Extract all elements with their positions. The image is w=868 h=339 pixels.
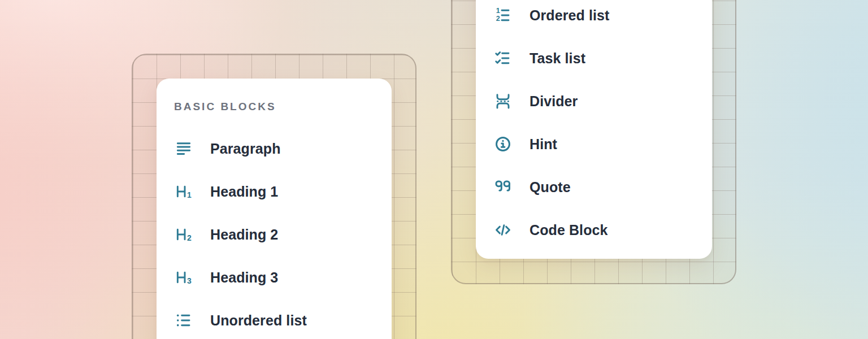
menu-item-heading-1[interactable]: 1Heading 1 (157, 170, 392, 213)
menu-item-label: Heading 2 (210, 227, 278, 243)
svg-text:3: 3 (187, 276, 192, 285)
quote-icon (493, 178, 513, 196)
menu-item-task-list[interactable]: Task list (476, 37, 712, 80)
menu-item-code-block[interactable]: Code Block (476, 208, 712, 251)
menu-item-label: Task list (530, 50, 585, 67)
menu-item-label: Unordered list (210, 312, 307, 329)
menu-item-label: Hint (530, 136, 557, 153)
section-label-basic-blocks: BASIC BLOCKS (174, 101, 392, 112)
svg-text:2: 2 (187, 233, 192, 242)
menu-item-label: Code Block (530, 222, 608, 238)
hint-icon (493, 135, 513, 153)
code-block-icon (493, 221, 513, 239)
menu-item-label: Heading 3 (210, 270, 278, 286)
svg-text:2: 2 (496, 15, 500, 23)
menu-item-heading-2[interactable]: 2Heading 2 (157, 213, 392, 256)
task-list-icon (493, 49, 513, 67)
svg-text:1: 1 (496, 7, 500, 15)
unordered-list-icon (174, 311, 193, 329)
menu-right-items: 12Ordered listTask listDividerHintQuoteC… (476, 0, 712, 251)
menu-item-unordered-list[interactable]: Unordered list (157, 299, 392, 339)
menu-item-label: Divider (530, 93, 578, 110)
menu-item-quote[interactable]: Quote (476, 166, 712, 208)
menu-item-label: Quote (530, 179, 571, 195)
heading-2-icon: 2 (174, 225, 193, 244)
menu-left-items: Paragraph1Heading 12Heading 23Heading 3U… (157, 127, 392, 339)
svg-text:1: 1 (187, 190, 192, 199)
heading-1-icon: 1 (174, 182, 193, 201)
hero-canvas: BASIC BLOCKS Paragraph1Heading 12Heading… (0, 0, 868, 339)
menu-item-divider[interactable]: Divider (476, 80, 712, 123)
menu-item-hint[interactable]: Hint (476, 123, 712, 166)
block-menu-continued: 12Ordered listTask listDividerHintQuoteC… (476, 0, 712, 259)
menu-item-label: Heading 1 (210, 184, 278, 200)
menu-item-paragraph[interactable]: Paragraph (157, 127, 392, 170)
paragraph-icon (174, 140, 193, 158)
ordered-list-icon: 12 (493, 6, 513, 24)
block-menu-basic: BASIC BLOCKS Paragraph1Heading 12Heading… (157, 79, 392, 339)
menu-item-heading-3[interactable]: 3Heading 3 (157, 256, 392, 299)
menu-item-label: Paragraph (210, 141, 281, 157)
heading-3-icon: 3 (174, 268, 193, 286)
menu-item-label: Ordered list (530, 7, 610, 24)
menu-item-ordered-list[interactable]: 12Ordered list (476, 0, 712, 37)
divider-icon (493, 92, 513, 110)
